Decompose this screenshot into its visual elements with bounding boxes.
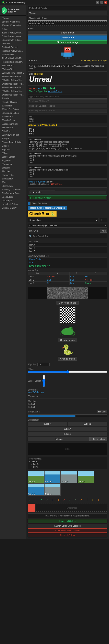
sidebar-item-sborder-brush[interactable]: SBorder With Brush [0, 20, 26, 24]
sidebar-item-seditabletext[interactable]: SEditableText [0, 64, 26, 68]
sidebar-item-suniformwrappanel[interactable]: SUniformWrapPanel [0, 192, 26, 195]
tile-1-1[interactable]: Tile 1_1 [28, 484, 44, 496]
sidebar-item-textblock[interactable]: TextBlock [0, 42, 26, 46]
list-item-a[interactable]: Item A [28, 243, 107, 246]
launch-gallery-button[interactable]: Launch all Gallery [28, 519, 107, 523]
sidebar-item-launch-gallery[interactable]: Launch all Gallery [0, 202, 26, 206]
multiline-hyperlink[interactable]: This is a hyperlink [29, 180, 47, 183]
sidebar-item-sverticalbox[interactable]: SVerticalBox [0, 177, 26, 181]
drag-drop-area[interactable]: Drag and Drop tester. Right Click image … [28, 514, 107, 518]
sidebar-item-smultieditabletextbox-richtext[interactable]: SMultiLineEditableTextBox RichText [0, 93, 26, 97]
close-gallery-button[interactable]: Close all Gallery [28, 533, 107, 537]
sidebar-item-sseparator[interactable]: SSeparator [0, 162, 26, 166]
sidebar-item-strobber[interactable]: STrobber [0, 166, 26, 170]
list-item-c[interactable]: Item C [28, 250, 107, 253]
button-with-image[interactable]: 🖼 Button With Image [28, 40, 107, 44]
change-image-button-2[interactable]: Change Image [58, 357, 77, 361]
search-input[interactable] [33, 235, 106, 238]
tile-2-0[interactable]: Tile 2_0 [61, 471, 77, 483]
tree-item-b[interactable]: › ItemB [29, 463, 106, 466]
sidebar-item-scombobutton[interactable]: SComboButton [0, 118, 26, 122]
sidebar-item-seditabletextbox-readonly[interactable]: SEditableTextBox ReadOnly [0, 71, 26, 75]
maximize-button[interactable]: □ [100, 1, 103, 4]
sidebar-item-button-colored[interactable]: Button Colored, content padding [0, 31, 26, 35]
icon-check-green-1[interactable]: ✓ [28, 497, 33, 502]
random-button[interactable]: Random [97, 410, 107, 413]
icon-check-green-2[interactable]: ✓ [39, 497, 44, 502]
icon-exclaim-orange-2[interactable]: ! [96, 497, 101, 502]
breadcrumb-item-2[interactable]: Child [34, 230, 38, 232]
sidebar-item-ssearchbox[interactable]: SSearchBox [0, 126, 26, 130]
sidebar-item-sborder-another[interactable]: SBorder With Another Brush [0, 24, 26, 27]
sidebar-item-droptarget[interactable]: DropTarget [0, 199, 26, 202]
sidebar-item-smultieditabletextbox[interactable]: SMultiLineEditableTextBox [0, 82, 26, 86]
tree-item-root[interactable]: ▼ ItemA [29, 460, 106, 463]
btn-b-1[interactable]: Button B [68, 422, 107, 426]
tree-item-c[interactable]: › ItemC [29, 466, 106, 468]
icon-check-light-2[interactable]: ✓ [45, 497, 50, 502]
btn-a-3[interactable]: Button A [28, 437, 90, 441]
spinbox-input[interactable] [37, 363, 50, 366]
icon-exclaim-yellow-1[interactable]: ! [50, 497, 55, 502]
slider-vertical-input[interactable] [42, 375, 46, 387]
tile-1-0[interactable]: Tile 1_0 [44, 471, 61, 483]
editable-text-input[interactable] [28, 95, 107, 98]
sidebar-item-button-colored2[interactable]: Button Colored, content padding [0, 35, 26, 38]
checkbox-large[interactable]: CheckBox 🐍 [28, 211, 57, 216]
icon-x-orange-1[interactable]: ✕ [79, 497, 84, 502]
icon-check-light-1[interactable]: ✓ [33, 497, 38, 502]
sidebar-item-sborder[interactable]: SBorder [0, 16, 26, 20]
sidebar-item-richtextblock-marshaller[interactable]: RichTextBlock with Marshaller [0, 56, 26, 60]
sidebar-item-textblock-colored[interactable]: TextBlock Colored [0, 46, 26, 49]
sidebar-item-simage2[interactable]: SImage [0, 144, 26, 148]
listview-richtext-item-1[interactable]: Unreal Engine [28, 258, 107, 261]
listview-richtext-item-3[interactable]: Green front size 12 [28, 264, 107, 268]
sidebar-item-slistview-richtext[interactable]: SListView RichText [0, 133, 26, 137]
sidebar-item-soverlay[interactable]: SOverlay & SUniformGridPanel [0, 188, 26, 192]
sidebar-item-button[interactable]: Button [0, 27, 26, 31]
sidebar-item-sspinbox[interactable]: SSpinBox [0, 148, 26, 152]
sidebar-item-smultieditabletext-font[interactable]: SMultiLineEditableText Font [0, 78, 26, 82]
btn-a-2[interactable]: Button A [28, 427, 107, 431]
slider-input[interactable] [28, 370, 107, 374]
drop-target[interactable]: DropTarget [36, 504, 107, 512]
sidebar-item-slistview[interactable]: SListView [0, 130, 26, 133]
hyperlink-unreal[interactable]: Unreal Engine [48, 90, 62, 92]
sidebar-item-sslider-vertical[interactable]: SSlider Vertical [0, 155, 26, 159]
colored-button[interactable]: Colored Button [28, 36, 107, 40]
sized-button[interactable]: Sized Button [90, 437, 107, 441]
sidebar-item-textblock-auto[interactable]: TextBlock AutoWrap and Justification [0, 49, 26, 53]
sidebar-item-scheckbox-button[interactable]: SCheckBox Button [0, 108, 26, 111]
tile-0-0[interactable]: Tile 0_0 [28, 471, 44, 483]
change-image-button[interactable]: Change Image [58, 338, 77, 342]
list-item-b[interactable]: Item B [28, 246, 107, 250]
sidebar-item-sslider[interactable]: SSlider [0, 152, 26, 155]
sidebar-item-smultieditabletextbox-margin[interactable]: SMultiLineEditableTextBox Margin [0, 90, 26, 93]
simple-button[interactable]: Simple Button [28, 30, 107, 35]
sidebar-item-scheckbox[interactable]: SCheckBox [0, 104, 26, 108]
sidebar-item-strobber2[interactable]: STrobber [0, 170, 26, 173]
combobox-select[interactable]: RandomItem [28, 218, 98, 222]
sidebar-item-sbox[interactable]: SBox [0, 181, 26, 184]
sidebar-item-seditabletext2[interactable]: SEditableText [0, 68, 26, 71]
sidebar-item-smultieditabletextbox-padding[interactable]: SMultiLineEditableTextBox Padding [0, 86, 26, 90]
minimize-button[interactable]: ─ [96, 1, 99, 4]
sidebar-item-simage-relative[interactable]: SImage From Relative [0, 140, 26, 144]
multiline-editable[interactable]: line 1 line 2 line 3 [28, 114, 107, 123]
icon-check-light-3[interactable]: ✓ [73, 497, 78, 502]
sidebar-item-shyperlink[interactable]: SHyperlink [0, 159, 26, 162]
sidebar-item-smultieditabletext[interactable]: SMultiLineEditableText [0, 75, 26, 78]
checkbox-toggle-button[interactable]: Toggle Button is actually a SCheckBox [28, 206, 67, 210]
sidebar-item-scheckbox-button2[interactable]: SCheckBox Button [0, 111, 26, 115]
icon-exclaim-orange-1[interactable]: ! [56, 497, 61, 502]
icon-x-red-1[interactable]: ✕ [62, 497, 67, 502]
color-block[interactable] [28, 504, 35, 512]
sidebar-item-scombobox[interactable]: SComboBox [0, 115, 26, 118]
sidebar-item-richtextblock[interactable]: RichTextBlock [0, 53, 26, 56]
launch-editor-style-button[interactable]: Launch Editor Style Galleries [28, 524, 107, 528]
listview-richtext-item-2[interactable]: Blue [28, 261, 107, 264]
hyperlink-url[interactable]: www.TaColour.xyz [28, 391, 44, 394]
sidebar-item-sprogressbar[interactable]: SProgressBar [0, 173, 26, 177]
close-editor-style-button[interactable]: Close Editor Style Galleries [28, 528, 107, 533]
breadcrumb-item-1[interactable]: Root [28, 230, 32, 232]
